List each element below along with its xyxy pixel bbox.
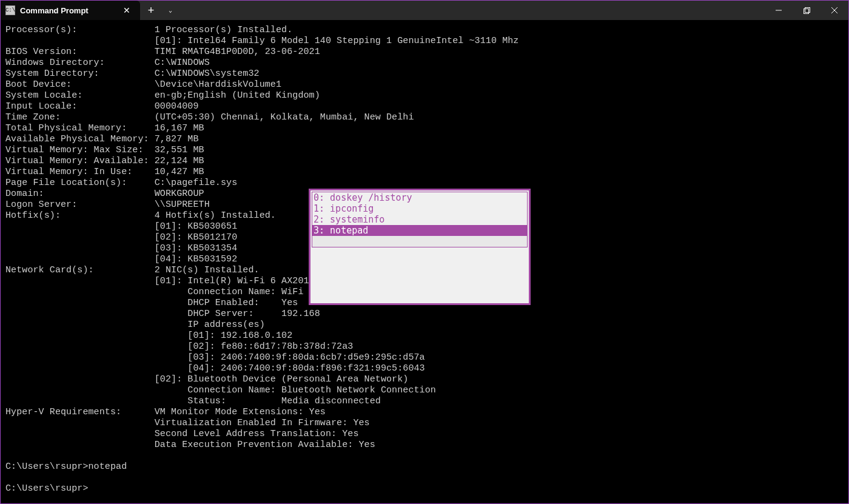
history-popup-padding xyxy=(312,247,528,302)
maximize-button[interactable] xyxy=(793,1,820,20)
history-input-line[interactable] xyxy=(312,236,527,247)
tab-dropdown-button[interactable]: ⌄ xyxy=(162,1,179,20)
svg-rect-2 xyxy=(805,7,810,12)
tab-close-button[interactable]: ✕ xyxy=(121,4,133,16)
history-item-3[interactable]: 3: notepad xyxy=(312,225,527,236)
titlebar: C:\ Command Prompt ✕ + ⌄ xyxy=(1,1,848,20)
cmd-icon: C:\ xyxy=(5,5,15,15)
close-button[interactable] xyxy=(820,1,848,20)
new-tab-button[interactable]: + xyxy=(140,1,162,20)
history-item-1[interactable]: 1: ipconfig xyxy=(312,203,527,214)
history-item-2[interactable]: 2: systeminfo xyxy=(312,214,527,225)
command-history-popup: 0: doskey /history1: ipconfig2: systemin… xyxy=(309,189,531,305)
minimize-button[interactable] xyxy=(765,1,793,20)
tab-title: Command Prompt xyxy=(20,6,116,15)
history-list[interactable]: 0: doskey /history1: ipconfig2: systemin… xyxy=(312,192,528,247)
titlebar-drag-area[interactable] xyxy=(179,1,765,20)
history-item-0[interactable]: 0: doskey /history xyxy=(312,192,527,203)
svg-rect-1 xyxy=(804,8,808,13)
tab-command-prompt[interactable]: C:\ Command Prompt ✕ xyxy=(1,1,140,20)
